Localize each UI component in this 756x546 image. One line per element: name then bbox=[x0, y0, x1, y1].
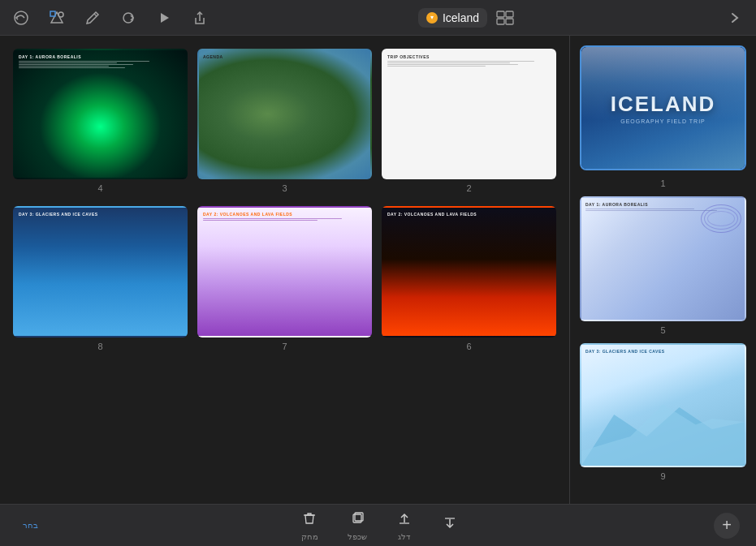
slide-num-2: 2 bbox=[466, 183, 471, 193]
selected-slide-thumb[interactable]: ICELAND GEOGRAPHY FIELD TRIP bbox=[580, 45, 746, 170]
selected-slide-num: 1 bbox=[660, 178, 665, 188]
slide-item-2[interactable]: TRIP OBJECTIVES 2 bbox=[382, 49, 556, 193]
slides-grid: DAY 1: AURORA BOREALIS 4 bbox=[13, 49, 556, 351]
move-up-icon bbox=[396, 510, 413, 531]
presentation-title: Iceland bbox=[443, 11, 479, 24]
pen-button[interactable] bbox=[81, 6, 104, 29]
slide-num-4: 4 bbox=[97, 183, 102, 193]
duplicate-button[interactable]: שכפל bbox=[341, 507, 374, 544]
slide-thumb-8: DAY 3: GLACIERS AND ICE CAVES bbox=[13, 206, 188, 337]
toolbar-nav-right bbox=[724, 6, 746, 29]
slide-item-7[interactable]: DAY 2: VOLCANOES AND LAVA FIELDS 7 bbox=[197, 206, 372, 350]
dropdown-icon: ▾ bbox=[426, 12, 438, 24]
slide-num-5: 5 bbox=[660, 325, 665, 335]
refresh-button[interactable] bbox=[117, 6, 140, 29]
slide-item-8[interactable]: DAY 3: GLACIERS AND ICE CAVES 8 bbox=[13, 206, 188, 350]
slide-num-3: 3 bbox=[282, 183, 287, 193]
bottom-right-actions: + bbox=[714, 513, 740, 539]
select-button[interactable]: בחר bbox=[16, 518, 45, 533]
top-toolbar: ▾ Iceland bbox=[0, 0, 756, 36]
slide-num-8: 8 bbox=[97, 342, 102, 351]
svg-marker-3 bbox=[161, 13, 169, 23]
slide-item-3[interactable]: AGENDA 3 bbox=[197, 49, 372, 193]
share-button[interactable] bbox=[188, 6, 211, 29]
delete-button[interactable]: מחק bbox=[295, 507, 325, 544]
svg-rect-4 bbox=[497, 11, 504, 17]
svg-point-2 bbox=[58, 12, 63, 17]
shapes-button[interactable] bbox=[45, 6, 68, 29]
bottom-center-actions: מחק שכפל דלג bbox=[295, 507, 464, 544]
right-panel: ICELAND GEOGRAPHY FIELD TRIP 1 DAY 1: AU… bbox=[569, 36, 756, 504]
svg-rect-5 bbox=[506, 11, 513, 17]
slide-thumb-5: DAY 1: AURORA BOREALIS bbox=[580, 196, 746, 321]
undo-button[interactable] bbox=[10, 6, 32, 29]
move-down-button[interactable] bbox=[435, 512, 464, 539]
bottom-left-actions: בחר bbox=[16, 518, 45, 533]
svg-rect-6 bbox=[497, 19, 504, 24]
select-label: בחר bbox=[23, 521, 38, 530]
slide-thumb-4: DAY 1: AURORA BOREALIS bbox=[13, 49, 188, 179]
toolbar-tools-left bbox=[10, 6, 211, 29]
slide-thumb-6: DAY 2: VOLCANOES AND LAVA FIELDS bbox=[382, 206, 556, 337]
slide-thumb-9: DAY 3: GLACIERS AND ICE CAVES bbox=[580, 343, 746, 468]
slide-item-4[interactable]: DAY 1: AURORA BOREALIS 4 bbox=[13, 49, 188, 193]
svg-rect-7 bbox=[506, 19, 513, 24]
main-area: DAY 1: AURORA BOREALIS 4 bbox=[0, 36, 756, 504]
duplicate-icon bbox=[349, 510, 365, 531]
delete-icon bbox=[301, 510, 318, 531]
delete-label: מחק bbox=[301, 532, 318, 541]
duplicate-label: שכפל bbox=[348, 532, 367, 541]
move-up-button[interactable]: דלג bbox=[390, 507, 419, 544]
slide-thumb-7: DAY 2: VOLCANOES AND LAVA FIELDS bbox=[197, 206, 372, 337]
play-button[interactable] bbox=[153, 6, 175, 29]
slide-item-6[interactable]: DAY 2: VOLCANOES AND LAVA FIELDS 6 bbox=[382, 206, 556, 350]
add-icon: + bbox=[722, 516, 732, 535]
slides-grid-panel: DAY 1: AURORA BOREALIS 4 bbox=[0, 36, 569, 504]
slide-thumb-3: AGENDA bbox=[197, 49, 372, 179]
slide-thumb-2: TRIP OBJECTIVES bbox=[382, 49, 556, 179]
bottom-toolbar: בחר מחק שכפל bbox=[0, 504, 756, 546]
nav-next-button[interactable] bbox=[724, 6, 746, 29]
toolbar-center: ▾ Iceland bbox=[418, 6, 516, 29]
slide-item-5[interactable]: DAY 1: AURORA BOREALIS 5 bbox=[580, 196, 746, 335]
slide-num-6: 6 bbox=[466, 342, 471, 351]
move-down-icon bbox=[442, 515, 458, 535]
slide-item-9[interactable]: DAY 3: GLACIERS AND ICE CAVES 9 bbox=[580, 343, 746, 482]
move-up-label: דלג bbox=[398, 532, 410, 541]
view-toggle-button[interactable] bbox=[494, 6, 516, 29]
slide-num-7: 7 bbox=[282, 342, 287, 351]
add-slide-button[interactable]: + bbox=[714, 513, 740, 539]
presentation-title-badge[interactable]: ▾ Iceland bbox=[418, 8, 487, 28]
slide-num-9: 9 bbox=[660, 471, 665, 481]
